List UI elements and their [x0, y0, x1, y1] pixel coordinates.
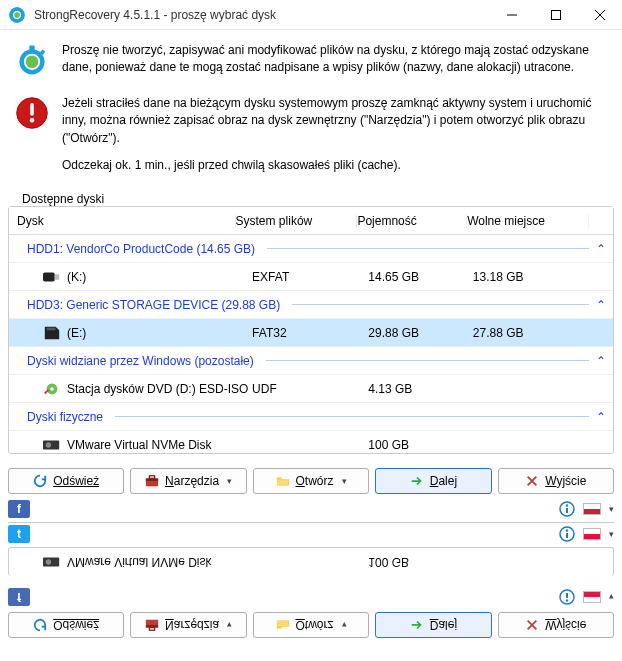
row-dvd-name: Stacja dysków DVD (D:) ESD-ISO	[67, 382, 248, 396]
group-physical[interactable]: Dyski fizyczne ⌃	[9, 403, 613, 431]
row-nvme-cap: 100 GB	[368, 438, 473, 452]
app-icon	[8, 6, 26, 24]
svg-rect-12	[30, 103, 34, 116]
svg-rect-32	[149, 628, 154, 631]
refresh-button[interactable]: Odśwież	[8, 468, 124, 494]
row-nvme-name: VMware Virtual NVMe Disk	[67, 438, 211, 452]
hdd-icon	[43, 438, 61, 452]
row-k[interactable]: (K:) EXFAT 14.65 GB 13.18 GB	[9, 263, 613, 291]
disk-panel: Dysk System plików Pojemność Wolne miejs…	[8, 206, 614, 454]
next-button[interactable]: Dalej	[375, 468, 491, 494]
status-row-fb: f ▾	[0, 498, 622, 522]
svg-rect-25	[566, 508, 568, 513]
info-icon[interactable]	[559, 526, 575, 542]
facebook-icon[interactable]: f	[8, 500, 30, 518]
warning-icon	[14, 95, 50, 131]
chevron-down-icon[interactable]: ▾	[609, 592, 614, 602]
info-text-1: Proszę nie tworzyć, zapisywać ani modyfi…	[62, 42, 604, 77]
group-physical-label: Dyski fizyczne	[27, 410, 103, 424]
chevron-up-icon[interactable]: ⌃	[592, 296, 610, 314]
dvd-drive-icon	[43, 382, 61, 396]
col-dysk[interactable]: Dysk	[9, 214, 236, 228]
info-icon[interactable]	[559, 589, 575, 605]
chevron-down-icon[interactable]: ▾	[609, 529, 614, 539]
exit-button[interactable]: Wyjście	[498, 612, 614, 638]
maximize-button[interactable]	[534, 0, 578, 30]
refresh-label: Odśwież	[53, 618, 99, 632]
row-e-fs: FAT32	[252, 326, 368, 340]
toolbox-icon	[145, 618, 159, 632]
svg-rect-23	[149, 476, 154, 479]
flag-pl-icon[interactable]	[583, 591, 601, 603]
svg-point-20	[46, 443, 51, 448]
twitter-icon[interactable]: t	[8, 525, 30, 543]
refresh-label: Odśwież	[53, 474, 99, 488]
flag-pl-icon[interactable]	[583, 528, 601, 540]
flag-pl-icon[interactable]	[583, 503, 601, 515]
svg-rect-34	[566, 593, 568, 598]
svg-point-29	[566, 530, 568, 532]
group-hdd1[interactable]: HDD1: VendorCo ProductCode (14.65 GB) ⌃	[9, 235, 613, 263]
minimize-button[interactable]	[490, 0, 534, 30]
window-title: StrongRecovery 4.5.1.1 - proszę wybrać d…	[34, 8, 490, 22]
mirrored-reflection: Odśwież Narzędzia ▾ Otwórz ▾ Dalej Wyjśc…	[0, 547, 622, 644]
open-button[interactable]: Otwórz ▾	[253, 468, 369, 494]
arrow-right-icon	[410, 618, 424, 632]
refresh-button[interactable]: Odśwież	[8, 612, 124, 638]
status-row-fb: f ▾	[0, 584, 622, 608]
facebook-icon[interactable]: f	[8, 588, 30, 606]
chevron-down-icon: ▾	[227, 476, 232, 486]
window-controls	[490, 0, 622, 30]
group-hdd3-label: HDD3: Generic STORAGE DEVICE (29.88 GB)	[27, 298, 280, 312]
group-windows[interactable]: Dyski widziane przez Windows (pozostałe)…	[9, 347, 613, 375]
disk-list: HDD1: VendorCo ProductCode (14.65 GB) ⌃ …	[9, 235, 613, 453]
row-k-fs: EXFAT	[252, 270, 368, 284]
row-dvd[interactable]: Stacja dysków DVD (D:) ESD-ISO UDF 4.13 …	[9, 375, 613, 403]
refresh-icon	[33, 618, 47, 632]
svg-point-13	[30, 118, 35, 123]
tools-button[interactable]: Narzędzia ▾	[130, 468, 246, 494]
disk-header: Dysk System plików Pojemność Wolne miejs…	[9, 207, 613, 235]
close-button[interactable]	[578, 0, 622, 30]
next-label: alej	[438, 474, 457, 488]
chevron-down-icon: ▾	[227, 620, 232, 630]
button-row: Odśwież Narzędzia ▾ Otwórz ▾ Dalej Wyjśc…	[0, 608, 622, 644]
info-text-2: Jeżeli straciłeś dane na bieżącym dysku …	[62, 95, 604, 147]
info-icon[interactable]	[559, 501, 575, 517]
chevron-down-icon[interactable]: ▾	[609, 504, 614, 514]
arrow-right-icon	[410, 474, 424, 488]
folder-open-icon	[276, 618, 290, 632]
close-x-icon	[525, 474, 539, 488]
folder-open-icon	[276, 474, 290, 488]
group-hdd3[interactable]: HDD3: Generic STORAGE DEVICE (29.88 GB) …	[9, 291, 613, 319]
next-label: alej	[438, 618, 457, 632]
next-button[interactable]: Dalej	[375, 612, 491, 638]
sd-card-icon	[43, 326, 61, 340]
chevron-up-icon[interactable]: ⌃	[592, 240, 610, 258]
usb-drive-icon	[43, 270, 61, 284]
tools-label: arzędzia	[174, 618, 219, 632]
stopwatch-icon	[14, 42, 50, 78]
open-label: twórz	[305, 474, 334, 488]
row-k-cap: 14.65 GB	[368, 270, 473, 284]
info-panel-1: Proszę nie tworzyć, zapisywać ani modyfi…	[0, 30, 622, 95]
col-cap[interactable]: Pojemność	[357, 214, 467, 228]
tools-button[interactable]: Narzędzia ▾	[130, 612, 246, 638]
col-free[interactable]: Wolne miejsce	[467, 214, 589, 228]
refresh-icon	[33, 474, 47, 488]
chevron-up-icon[interactable]: ⌃	[592, 352, 610, 370]
open-button[interactable]: Otwórz ▾	[253, 612, 369, 638]
row-dvd-fs: UDF	[252, 382, 368, 396]
row-nvme[interactable]: VMware Virtual NVMe Disk 100 GB	[9, 431, 613, 453]
col-fs[interactable]: System plików	[236, 214, 358, 228]
svg-rect-15	[55, 274, 60, 279]
exit-button[interactable]: Wyjście	[498, 468, 614, 494]
chevron-up-icon[interactable]: ⌃	[592, 408, 610, 426]
exit-label: yjście	[556, 474, 586, 488]
info-panel-2: Jeżeli straciłeś dane na bieżącym dysku …	[0, 95, 622, 193]
svg-point-26	[566, 505, 568, 507]
row-e-free: 27.88 GB	[473, 326, 589, 340]
row-e[interactable]: (E:) FAT32 29.88 GB 27.88 GB	[9, 319, 613, 347]
svg-point-35	[566, 600, 568, 602]
chevron-down-icon: ▾	[342, 620, 347, 630]
